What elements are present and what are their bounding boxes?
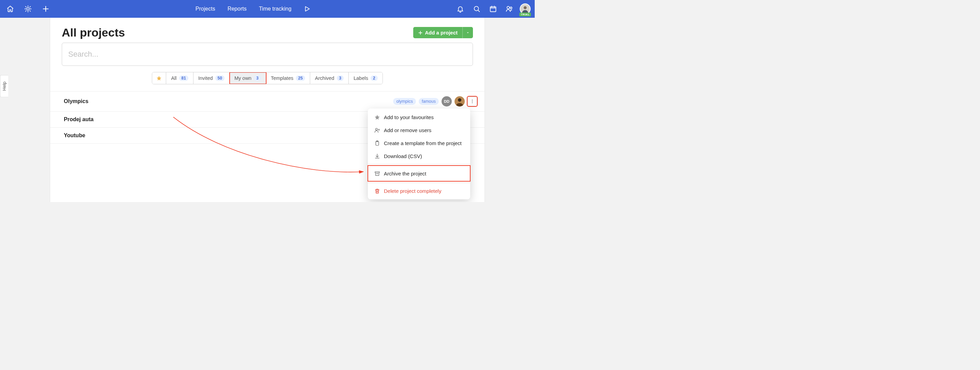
svg-point-9 xyxy=(472,102,473,103)
more-menu-button[interactable] xyxy=(468,97,477,106)
svg-rect-2 xyxy=(490,7,496,12)
tab-labels-label: Labels xyxy=(353,75,368,81)
tab-favourites[interactable] xyxy=(152,72,166,84)
bell-icon[interactable] xyxy=(454,3,466,15)
menu-separator xyxy=(368,183,470,183)
star-icon xyxy=(156,75,162,81)
calendar-icon[interactable] xyxy=(487,3,499,15)
menu-label: Create a template from the project xyxy=(384,140,462,146)
menu-label: Add or remove users xyxy=(384,127,431,133)
tab-labels[interactable]: Labels 2 xyxy=(349,72,382,84)
topnav-right: TRIAL xyxy=(454,3,531,15)
nav-projects[interactable]: Projects xyxy=(196,6,215,12)
menu-add-remove-users[interactable]: Add or remove users xyxy=(368,124,470,137)
svg-point-8 xyxy=(472,101,473,102)
add-project-dropdown[interactable] xyxy=(462,27,473,38)
tab-my-own-count: 3 xyxy=(254,75,261,81)
tab-labels-count: 2 xyxy=(371,75,378,81)
filter-tabs: All 81 Invited 50 My own 3 Templates 25 … xyxy=(50,72,485,91)
menu-label: Download (CSV) xyxy=(384,153,422,159)
svg-point-3 xyxy=(507,6,509,9)
clipboard-icon xyxy=(374,140,380,146)
user-avatar-initials[interactable]: DD xyxy=(442,96,452,107)
user-avatar[interactable]: TRIAL xyxy=(520,3,531,14)
trash-icon xyxy=(374,188,380,194)
plus-icon[interactable] xyxy=(40,3,52,15)
nav-time-tracking[interactable]: Time tracking xyxy=(259,6,291,12)
add-project-group: Add a project xyxy=(413,27,473,38)
nav-reports[interactable]: Reports xyxy=(228,6,247,12)
download-icon xyxy=(374,153,380,159)
add-project-button[interactable]: Add a project xyxy=(413,27,462,38)
more-vertical-icon xyxy=(470,99,475,104)
search-wrap xyxy=(50,43,485,72)
project-tag[interactable]: famous xyxy=(419,98,439,105)
menu-create-template[interactable]: Create a template from the project xyxy=(368,137,470,150)
play-icon[interactable] xyxy=(304,5,310,12)
add-project-label: Add a project xyxy=(425,30,458,35)
tab-all[interactable]: All 81 xyxy=(166,72,193,84)
star-icon xyxy=(374,114,380,120)
menu-label: Archive the project xyxy=(384,171,426,177)
svg-point-5 xyxy=(524,6,527,9)
tab-invited-label: Invited xyxy=(198,75,213,81)
tab-group: All 81 Invited 50 My own 3 Templates 25 … xyxy=(152,72,382,84)
tab-invited-count: 50 xyxy=(215,75,224,81)
menu-label: Delete project completely xyxy=(384,188,441,194)
svg-point-4 xyxy=(510,7,512,9)
archive-icon xyxy=(374,170,380,177)
home-icon[interactable] xyxy=(4,3,16,15)
topnav-left xyxy=(4,3,52,15)
tab-archived-label: Archived xyxy=(315,75,334,81)
top-nav: Projects Reports Time tracking TRIAL xyxy=(0,0,535,18)
project-name[interactable]: Youtube xyxy=(64,132,85,139)
tab-my-own[interactable]: My own 3 xyxy=(230,72,266,84)
project-name[interactable]: Prodej auta xyxy=(64,116,94,123)
svg-point-6 xyxy=(458,98,461,102)
tab-all-label: All xyxy=(171,75,177,81)
menu-separator xyxy=(368,164,470,164)
tab-archived[interactable]: Archived 3 xyxy=(310,72,349,84)
page-title: All projects xyxy=(62,26,125,39)
people-icon[interactable] xyxy=(503,3,515,15)
settings-gear-icon[interactable] xyxy=(22,3,34,15)
help-tab[interactable]: Help xyxy=(0,75,8,97)
menu-add-favourite[interactable]: Add to your favourites xyxy=(368,111,470,124)
svg-point-0 xyxy=(27,8,29,10)
topnav-center: Projects Reports Time tracking xyxy=(52,5,454,12)
menu-delete-project[interactable]: Delete project completely xyxy=(368,184,470,197)
tab-my-own-label: My own xyxy=(234,75,251,81)
svg-point-7 xyxy=(472,100,473,100)
search-input[interactable] xyxy=(62,43,473,66)
user-avatar-image[interactable] xyxy=(455,96,465,107)
menu-download-csv[interactable]: Download (CSV) xyxy=(368,150,470,163)
tab-templates-label: Templates xyxy=(271,75,293,81)
tab-archived-count: 3 xyxy=(337,75,344,81)
user-plus-icon xyxy=(374,127,380,133)
tab-all-count: 81 xyxy=(179,75,188,81)
menu-archive-project[interactable]: Archive the project xyxy=(368,166,470,181)
search-icon[interactable] xyxy=(471,3,483,15)
svg-point-10 xyxy=(375,128,377,130)
tab-invited[interactable]: Invited 50 xyxy=(194,72,230,84)
context-menu: Add to your favourites Add or remove use… xyxy=(368,108,470,199)
svg-point-1 xyxy=(474,6,479,11)
project-name[interactable]: Olympics xyxy=(64,98,88,104)
trial-badge: TRIAL xyxy=(519,13,531,16)
header-row: All projects Add a project xyxy=(50,18,485,43)
project-tag[interactable]: olympics xyxy=(393,98,416,105)
svg-rect-13 xyxy=(375,171,379,173)
project-meta: olympics famous DD xyxy=(393,96,477,107)
tab-templates-count: 25 xyxy=(296,75,305,81)
tab-templates[interactable]: Templates 25 xyxy=(266,72,310,84)
menu-label: Add to your favourites xyxy=(384,114,434,120)
